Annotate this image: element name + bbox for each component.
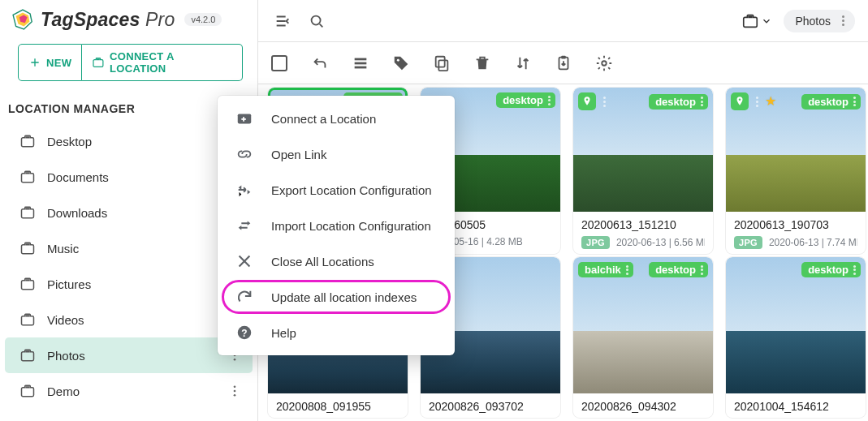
location-item-photos[interactable]: Photos (5, 337, 253, 373)
svg-point-5 (234, 359, 236, 361)
location-item-music[interactable]: Music (5, 230, 253, 266)
tag-label: desktop (655, 264, 696, 276)
new-button-label: NEW (46, 57, 71, 69)
menu-item-close-all-locations[interactable]: Close All Locations (218, 243, 455, 279)
gallery-card[interactable]: desktop20201004_154612 (726, 257, 866, 418)
menu-item-connect-a-location[interactable]: Connect a Location (218, 101, 455, 136)
toggle-sidebar-button[interactable] (271, 10, 294, 32)
thumbnail: ★desktop (726, 88, 866, 212)
plus-icon (28, 56, 41, 69)
menu-item-export-location-configuration[interactable]: Export Location Configuration (218, 172, 455, 208)
kebab-icon (752, 92, 762, 110)
geo-pin-icon (578, 92, 596, 110)
kebab-icon (701, 265, 703, 275)
sidebar-actions: NEW CONNECT A LOCATION (0, 34, 257, 88)
svg-point-19 (586, 98, 589, 101)
svg-rect-11 (355, 62, 367, 64)
gallery-card[interactable]: ★desktop20200613_190703JPG2020-06-13 | 7… (726, 88, 866, 254)
svg-rect-17 (561, 55, 566, 58)
import-button[interactable] (554, 54, 573, 73)
tag-label: desktop (503, 94, 543, 106)
location-item-videos[interactable]: Videos (5, 302, 253, 337)
copy-button[interactable] (432, 54, 451, 73)
search-button[interactable] (305, 10, 328, 32)
kebab-icon (701, 97, 703, 106)
tag-chip[interactable]: desktop (649, 94, 708, 110)
svg-point-13 (397, 58, 399, 61)
svg-point-9 (312, 15, 321, 24)
tag-label: balchik (585, 264, 621, 276)
thumbnail-tag-row: desktop (731, 262, 861, 277)
tag-chip[interactable]: desktop (801, 262, 861, 277)
thumbnail-tag-row: balchikdesktop (578, 262, 708, 277)
tag-chip[interactable]: desktop (801, 94, 861, 110)
svg-point-8 (234, 394, 236, 397)
location-item-demo[interactable]: Demo (5, 373, 253, 409)
gear-icon (595, 54, 613, 72)
select-all-checkbox[interactable] (270, 54, 289, 73)
location-context-menu: Connect a LocationOpen LinkExport Locati… (218, 96, 455, 355)
kebab-icon (853, 265, 856, 275)
location-item-desktop[interactable]: Desktop (5, 123, 253, 159)
svg-text:?: ? (241, 328, 247, 339)
app-version-badge: v4.2.0 (184, 13, 222, 26)
kebab-icon (853, 97, 856, 106)
settings-button[interactable] (594, 54, 614, 73)
tag-chip[interactable]: balchik (578, 262, 633, 277)
gallery-card[interactable]: desktop20200613_151210JPG2020-06-13 | 6.… (573, 88, 713, 254)
file-name: 20201004_154612 (734, 400, 857, 413)
kebab-icon (599, 92, 609, 110)
gallery-card[interactable]: balchikdesktop20200826_094302 (573, 257, 713, 418)
menu-item-label: Import Location Configuration (271, 219, 431, 233)
svg-rect-14 (438, 60, 447, 71)
current-location-label: Photos (795, 15, 831, 28)
tag-button[interactable] (391, 54, 411, 73)
briefcase-icon (741, 12, 759, 30)
filetype-badge: JPG (734, 236, 762, 249)
return-icon (311, 54, 329, 72)
menu-item-help[interactable]: ?Help (218, 315, 455, 350)
file-name: 20200613_151210 (581, 218, 705, 231)
thumbnail: desktop (726, 257, 866, 393)
new-button[interactable]: NEW (18, 44, 82, 81)
connect-location-button[interactable]: CONNECT A LOCATION (82, 44, 243, 81)
menu-item-open-link[interactable]: Open Link (218, 136, 455, 172)
connect-location-label: CONNECT A LOCATION (110, 50, 232, 75)
location-item-documents[interactable]: Documents (5, 159, 253, 195)
sort-button[interactable] (513, 54, 533, 73)
filetype-badge: JPG (581, 236, 610, 249)
location-picker[interactable] (741, 12, 772, 30)
thumbnail-tag-row: ★desktop (731, 92, 861, 110)
clipboard-down-icon (555, 54, 572, 72)
export-icon (235, 181, 253, 199)
thumbnail: balchikdesktop (573, 257, 713, 393)
briefcase-icon (19, 347, 36, 363)
location-item-label: Photos (47, 349, 214, 363)
delete-button[interactable] (473, 54, 492, 73)
list-icon (352, 54, 369, 72)
copy-icon (433, 54, 451, 72)
selection-toolbar (258, 42, 868, 84)
go-parent-button[interactable] (310, 54, 330, 73)
kebab-icon (548, 96, 551, 105)
file-name: 20200613_190703 (734, 218, 857, 231)
menu-collapse-icon (274, 12, 291, 30)
menu-item-label: Export Location Configuration (271, 183, 432, 197)
tag-chip[interactable]: desktop (649, 262, 708, 277)
list-view-button[interactable] (351, 54, 370, 73)
thumbnail-tag-row: desktop (578, 92, 708, 110)
current-location-chip[interactable]: Photos (784, 10, 855, 32)
location-item-menu[interactable] (225, 381, 244, 401)
tag-chip[interactable]: desktop (496, 92, 555, 108)
location-item-pictures[interactable]: Pictures (5, 266, 253, 302)
menu-item-update-all-location-indexes[interactable]: Update all location indexes (218, 279, 455, 315)
app-logo-icon (11, 8, 34, 31)
file-name: 20200826_094302 (581, 400, 705, 413)
location-item-label: Demo (47, 384, 214, 398)
file-meta-text: 2020-06-13 | 6.56 MB (616, 237, 705, 248)
location-item-downloads[interactable]: Downloads (5, 195, 253, 230)
menu-item-import-location-configuration[interactable]: Import Location Configuration (218, 208, 455, 243)
thumbnail: desktop (573, 88, 713, 212)
location-item-label: Downloads (47, 206, 244, 220)
app-title: TagSpaces Pro (41, 9, 175, 31)
